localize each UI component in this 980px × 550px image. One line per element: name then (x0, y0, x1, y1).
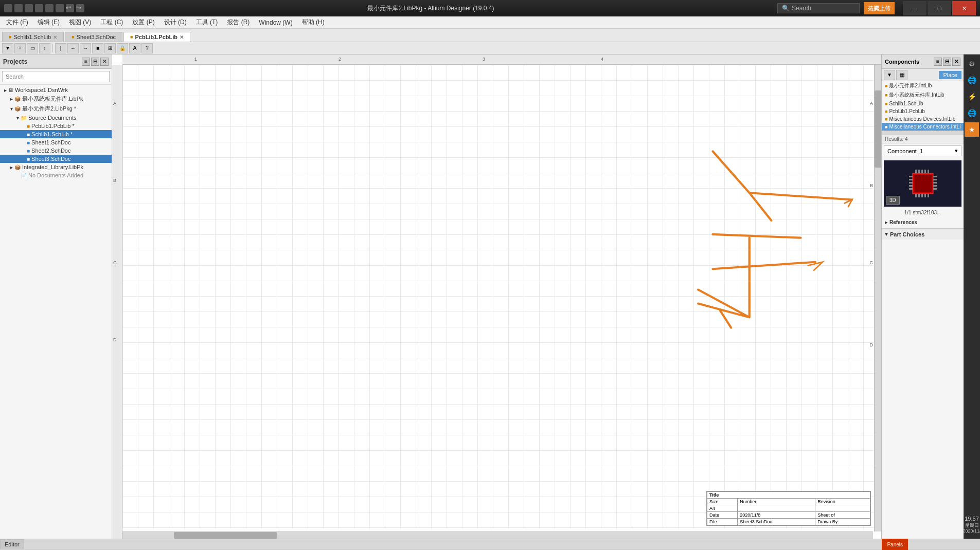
tree-item-intlib[interactable]: ▸ 📦 Integrated_Library.LibPk (0, 163, 112, 171)
toolbar-arrow-right[interactable]: → (80, 43, 91, 53)
ruler-label-b: B (113, 178, 116, 183)
toolbar-text[interactable]: A (129, 43, 140, 53)
minimize-button[interactable]: — (903, 1, 926, 15)
menu-tools[interactable]: 工具 (T) (192, 17, 222, 28)
component-dropdown[interactable]: Component_1 ▾ (884, 145, 961, 156)
icon2 (14, 4, 23, 12)
comp-filter-btn[interactable]: ▼ (884, 70, 895, 80)
tab-pcblib-close[interactable]: ✕ (180, 34, 184, 40)
panel-menu-btn[interactable]: ≡ (82, 58, 90, 66)
close-button[interactable]: ✕ (952, 1, 976, 15)
title-block-drawnby-label: Drawn By: (815, 519, 870, 525)
panel-float-btn[interactable]: ⊟ (91, 58, 99, 66)
tree-item-syslib[interactable]: ▸ 📦 最小系统板元件库.LibPk (0, 94, 112, 104)
toolbar-stop[interactable]: ■ (92, 43, 103, 53)
menu-file[interactable]: 文件 (F) (2, 17, 32, 28)
toolbar-pin[interactable]: ↕ (39, 43, 50, 53)
redo-icon[interactable]: ↪ (76, 4, 84, 12)
menu-window[interactable]: Window (W) (255, 18, 296, 27)
svg-rect-11 (933, 188, 937, 190)
v-scroll-thumb[interactable] (875, 90, 881, 168)
canvas-wrapper[interactable]: 1 2 3 4 A B C D A B C D (112, 54, 881, 539)
horizontal-scrollbar[interactable] (122, 531, 873, 539)
menu-design[interactable]: 设计 (D) (160, 17, 191, 28)
syslib-icon: 📦 (14, 96, 21, 102)
toolbar-filter[interactable]: ▼ (2, 43, 13, 53)
title-search-box[interactable]: 🔍 Search (777, 3, 860, 13)
toolbar-line[interactable]: | (55, 43, 66, 53)
sourcedocs-label: Source Documents (28, 115, 77, 121)
tree-item-sheet2[interactable]: ■ Sheet2.SchDoc (0, 146, 112, 155)
tab-schlib-close[interactable]: ✕ (53, 34, 57, 40)
menu-view[interactable]: 视图 (V) (65, 17, 95, 28)
tree-item-sheet1[interactable]: ■ Sheet1.SchDoc (0, 138, 112, 146)
tree-item-mainpkg[interactable]: ▾ 📦 最小元件库2.LibPkg * (0, 104, 112, 114)
undo-icon[interactable]: ↩ (66, 4, 74, 12)
menu-project[interactable]: 工程 (C) (96, 17, 127, 28)
toolbar-rect[interactable]: ▭ (27, 43, 38, 53)
tree-item-sourcedocs[interactable]: ▾ 📁 Source Documents (0, 114, 112, 122)
toolbar-help2[interactable]: ? (141, 43, 153, 53)
title-block-number-label: Number (738, 499, 815, 505)
menu-edit[interactable]: 编辑 (E) (33, 17, 64, 28)
panels-button[interactable]: Panels (882, 539, 908, 550)
toolbar-lock[interactable]: 🔒 (117, 43, 128, 53)
place-button[interactable]: Place (939, 71, 961, 79)
tree-item-schlib1[interactable]: ■ Schlib1.SchLib * (0, 130, 112, 138)
workspace-label: Workspace1.DsnWrk (15, 87, 68, 93)
title-block: Title Size Number Revision A4 Date 2020/… (706, 491, 871, 526)
menu-reports[interactable]: 报告 (R) (223, 17, 254, 28)
tab-pcblib[interactable]: ■ PcbLib1.PcbLib ✕ (123, 32, 190, 42)
lib-misc-devices[interactable]: ■ Miscellaneous Devices.IntLib (882, 115, 964, 123)
projects-panel-header: Projects ≡ ⊟ ✕ (0, 54, 112, 69)
editor-tab[interactable]: Editor (0, 539, 24, 549)
clock-date: 2020/11/ (963, 528, 980, 535)
flash-side-icon[interactable]: ⚡ (965, 89, 979, 104)
lib-misc-connectors[interactable]: ■ Miscellaneous Connectors.IntLi (882, 123, 964, 131)
intlib-icon: 📦 (14, 164, 21, 170)
pcblib-icon: ■ (27, 123, 30, 129)
nodocs-icon: 📄 (21, 173, 27, 178)
orange-side-icon[interactable]: ★ (965, 122, 979, 137)
component-preview: 3D (884, 160, 961, 207)
browser-side-icon[interactable]: 🌐 (965, 106, 979, 120)
h-scroll-thumb[interactable] (174, 532, 277, 539)
toolbar-arrow-left[interactable]: ← (67, 43, 79, 53)
menu-place[interactable]: 放置 (P) (128, 17, 158, 28)
lib-scrollbar[interactable] (882, 131, 964, 135)
lib-syslib[interactable]: ■ 最小系统板元件库.IntLib (882, 90, 964, 100)
tab-sheet3[interactable]: ■ Sheet3.SchDoc (65, 32, 122, 42)
part-choices-bar[interactable]: ▾ Part Choices (882, 228, 964, 240)
search-icon: 🔍 (782, 5, 790, 12)
chrome-side-icon[interactable]: 🌐 (965, 73, 979, 87)
svg-rect-18 (918, 194, 920, 197)
sheet3-label: Sheet3.SchDoc (31, 156, 70, 162)
panel-close-btn[interactable]: ✕ (100, 58, 109, 66)
maximize-button[interactable]: □ (928, 1, 951, 15)
tree-item-sheet3[interactable]: ■ Sheet3.SchDoc (0, 155, 112, 163)
comp-view-btn[interactable]: ▦ (896, 70, 907, 80)
tree-item-workspace[interactable]: ▸ 🖥 Workspace1.DsnWrk (0, 86, 112, 94)
altium-logo-area: Panels (882, 539, 908, 550)
lib-pcblib[interactable]: ■ PcbLib1.PcbLib (882, 107, 964, 115)
references-header[interactable]: ▸ References (885, 218, 960, 226)
lib-schlib1[interactable]: ■ Schlib1.SchLib (882, 100, 964, 107)
components-float-btn[interactable]: ⊟ (943, 58, 951, 66)
search-input[interactable] (2, 71, 110, 82)
vertical-scrollbar[interactable] (874, 65, 881, 531)
components-close-btn[interactable]: ✕ (952, 58, 960, 66)
upload-button[interactable]: 拓腾上传 (864, 2, 895, 14)
projects-title: Projects (3, 58, 27, 65)
components-title: Components (885, 59, 919, 65)
title-block-date-value: 2020/11/8 (738, 512, 815, 519)
mainpkg-label: 最小元件库2.LibPkg * (22, 105, 76, 113)
tab-schlib[interactable]: ■ Schlib1.SchLib ✕ (2, 32, 64, 42)
menu-help[interactable]: 帮助 (H) (298, 17, 329, 28)
lib-intlib2[interactable]: ■ 最小元件库2.IntLib (882, 81, 964, 90)
components-menu-btn[interactable]: ≡ (934, 58, 942, 66)
settings-side-icon[interactable]: ⚙ (965, 57, 979, 71)
tree-item-pcblib[interactable]: ■ PcbLib1.PcbLib * (0, 122, 112, 130)
toolbar-add[interactable]: + (14, 43, 26, 53)
3d-button[interactable]: 3D (886, 196, 900, 205)
toolbar-grid[interactable]: ⊞ (104, 43, 116, 53)
